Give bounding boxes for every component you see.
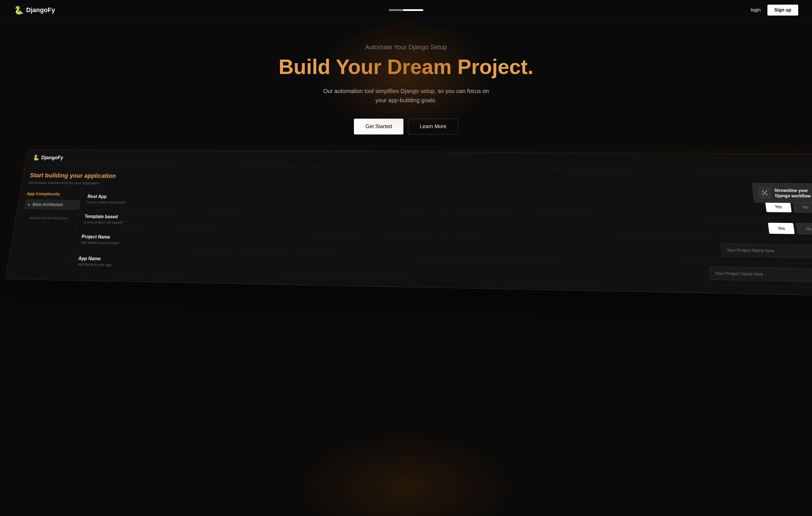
progress-bar <box>389 9 423 11</box>
navbar: 🐍 DjangoFy login Sign up <box>0 0 812 21</box>
inner-logo-icon: 🐍 <box>32 154 40 161</box>
app-preview-wrapper: 🐍 DjangoFy Start building your applicati… <box>5 150 812 296</box>
app-name-control: + <box>709 267 812 282</box>
hero-title: Build Your Dream Project. <box>14 56 798 78</box>
template-controls: Yes No <box>750 222 812 235</box>
signup-button[interactable]: Sign up <box>767 5 798 16</box>
svg-line-8 <box>765 193 767 195</box>
play-icon: ▶ <box>28 203 30 206</box>
logo-icon: 🐍 <box>14 5 24 15</box>
inner-logo: 🐍 DjangoFy <box>32 154 64 161</box>
streamline-badge: Streamline yourDjango workflow <box>752 183 812 203</box>
get-started-button[interactable]: Get Started <box>354 119 403 134</box>
inner-main: App Complexcity ▶ Basic Architecture Adv… <box>6 185 812 293</box>
sidebar-item-basic-label: Basic Architecture <box>32 202 64 207</box>
inner-app: 🐍 DjangoFy Start building your applicati… <box>5 150 812 295</box>
sidebar-section-title: App Complexcity <box>27 191 81 196</box>
project-name-control <box>721 244 812 258</box>
streamline-text: Streamline yourDjango workflow <box>774 188 811 199</box>
progress-indicator <box>389 9 423 11</box>
form-label-template: Template based Is your project rest base… <box>83 214 751 233</box>
learn-more-button[interactable]: Learn More <box>408 119 458 134</box>
nav-actions: login Sign up <box>751 5 798 16</box>
sidebar-item-advanced-label: Advanced Architecture <box>25 213 71 223</box>
form-label-project-name: Project Name Add Name to your project <box>81 234 722 254</box>
svg-line-5 <box>762 191 764 193</box>
svg-line-7 <box>763 193 765 195</box>
logo-text: DjangoFy <box>26 6 55 14</box>
form-label-rest-app: Rest App Is your project rest based? <box>87 194 749 212</box>
app-name-input[interactable] <box>709 267 812 282</box>
hero-subtitle: Automate Your Django Setup <box>14 44 798 51</box>
app-preview: 🐍 DjangoFy Start building your applicati… <box>0 152 812 285</box>
template-no-button[interactable]: No <box>795 223 812 235</box>
hero-buttons: Get Started Learn More <box>14 119 798 134</box>
inner-logo-text: DjangoFy <box>41 155 64 161</box>
inner-form: Rest App Is your project rest based? Yes… <box>69 189 812 288</box>
streamline-icon <box>758 187 772 199</box>
login-link[interactable]: login <box>751 7 761 13</box>
progress-segment-2 <box>403 9 423 11</box>
logo: 🐍 DjangoFy <box>14 5 55 15</box>
template-yes-button[interactable]: Yes <box>768 223 795 234</box>
sidebar-item-basic[interactable]: ▶ Basic Architecture <box>24 199 80 210</box>
sidebar-item-advanced[interactable]: Advanced Architecture <box>21 211 79 226</box>
hero-section: Automate Your Django Setup Build Your Dr… <box>0 21 812 152</box>
background-glow <box>291 430 521 516</box>
hero-description: Our automation tool simplifies Django se… <box>320 86 492 105</box>
project-name-input[interactable] <box>721 244 812 258</box>
svg-line-6 <box>764 191 766 193</box>
progress-segment-1 <box>389 9 402 11</box>
